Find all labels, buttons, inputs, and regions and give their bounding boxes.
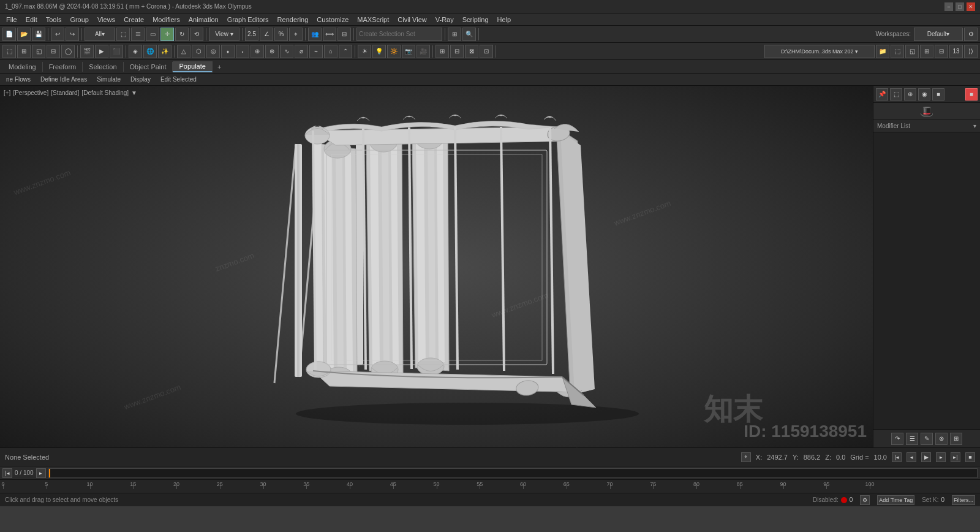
minimize-button[interactable]: − <box>944 2 953 11</box>
tb2-misc3[interactable]: ◱ <box>905 45 919 58</box>
ref-coord[interactable]: View ▾ <box>209 28 239 41</box>
anim-stop[interactable]: ■ <box>965 452 975 462</box>
layer-manager[interactable]: ⊞ <box>448 28 461 41</box>
scale-button[interactable]: ⟲ <box>190 28 203 41</box>
menu-views[interactable]: Views <box>94 15 119 25</box>
edit-named-select[interactable]: 👥 <box>308 28 322 41</box>
render-setup[interactable]: 🎬 <box>80 45 94 58</box>
modifier-list-dropdown[interactable]: ▾ <box>973 123 976 129</box>
panel-btn-pin[interactable]: 📌 <box>876 88 888 101</box>
render-frame[interactable]: ▶ <box>95 45 108 58</box>
menu-tools[interactable]: Tools <box>42 15 66 25</box>
menu-customize[interactable]: Customize <box>313 15 352 25</box>
panel-bottom-btn4[interactable]: ⊗ <box>935 433 948 445</box>
workspace-dropdown[interactable]: Default ▾ <box>914 28 963 41</box>
menu-scripting[interactable]: Scripting <box>459 15 492 25</box>
panel-bottom-btn3[interactable]: ✎ <box>921 433 933 445</box>
render-effects[interactable]: ✨ <box>158 45 172 58</box>
anim-go-end[interactable]: ▸ <box>36 468 46 478</box>
tb2-btn2[interactable]: ⊞ <box>17 45 31 58</box>
tb2-misc7[interactable]: ⟩⟩ <box>964 45 978 58</box>
panel-btn-dark[interactable]: ■ <box>932 88 944 101</box>
rotate-button[interactable]: ↻ <box>175 28 189 41</box>
new-button[interactable]: 📄 <box>2 28 16 41</box>
tb2-geo3[interactable]: ◎ <box>206 45 220 58</box>
disabled-btn[interactable]: ⚙ <box>860 495 870 505</box>
close-button[interactable]: ✕ <box>967 2 975 11</box>
tb2-geo2[interactable]: ⬡ <box>192 45 205 58</box>
tab-extra[interactable]: + <box>213 62 226 72</box>
sub-ne-flows[interactable]: ne Flows <box>2 75 34 83</box>
sub-define-idle-areas[interactable]: Define Idle Areas <box>37 75 91 83</box>
tb2-misc6[interactable]: 13 <box>949 45 963 58</box>
menu-help[interactable]: Help <box>494 15 515 25</box>
snap-spinner[interactable]: ⌖ <box>289 28 303 41</box>
tb2-geo12[interactable]: ⌃ <box>339 45 352 58</box>
status-btn1[interactable]: ⌖ <box>741 452 751 462</box>
select-button[interactable]: ⬚ <box>116 28 130 41</box>
move-button[interactable]: ✛ <box>160 28 174 41</box>
anim-play[interactable]: ▶ <box>921 452 931 462</box>
maximize-button[interactable]: □ <box>956 2 964 11</box>
panel-bottom-btn1[interactable]: ↷ <box>891 433 903 445</box>
panel-btn-rect[interactable]: ⬚ <box>890 88 902 101</box>
tb2-lights1[interactable]: ☀ <box>358 45 371 58</box>
anim-next-frame[interactable]: ▸ <box>936 452 946 462</box>
material-editor[interactable]: ◈ <box>129 45 142 58</box>
tab-populate[interactable]: Populate <box>173 61 212 72</box>
filters-btn[interactable]: Filters... <box>952 495 975 505</box>
tb2-geo10[interactable]: ⌁ <box>309 45 323 58</box>
tb2-misc2[interactable]: ⬚ <box>891 45 904 58</box>
tb2-helpers3[interactable]: ⊠ <box>465 45 478 58</box>
modifier-area[interactable] <box>873 132 980 429</box>
menu-civil-view[interactable]: Civil View <box>394 15 430 25</box>
timeline-bar[interactable]: 0510152025303540455055606570758085909510… <box>0 479 980 493</box>
panel-btn-move[interactable]: ⊕ <box>904 88 916 101</box>
panel-bottom-btn2[interactable]: ☰ <box>906 433 918 445</box>
tb2-cam2[interactable]: 🎥 <box>417 45 430 58</box>
menu-create[interactable]: Create <box>120 15 148 25</box>
menu-modifiers[interactable]: Modifiers <box>149 15 184 25</box>
panel-btn-sphere[interactable]: ◉ <box>918 88 930 101</box>
menu-edit[interactable]: Edit <box>22 15 41 25</box>
save-button[interactable]: 💾 <box>32 28 45 41</box>
menu-maxscript[interactable]: MAXScript <box>353 15 393 25</box>
timeline-scrubber[interactable] <box>48 468 978 478</box>
workspace-menu[interactable]: ⚙ <box>964 28 978 41</box>
tb2-geo6[interactable]: ⊕ <box>251 45 264 58</box>
create-selection-set-input[interactable] <box>356 28 442 41</box>
anim-prev-frame[interactable]: ◂ <box>907 452 916 462</box>
tab-freeform[interactable]: Freeform <box>43 62 83 72</box>
tb2-geo1[interactable]: △ <box>177 45 190 58</box>
open-button[interactable]: 📂 <box>17 28 31 41</box>
undo-button[interactable]: ↩ <box>51 28 64 41</box>
add-time-tag[interactable]: Add Time Tag <box>877 495 914 505</box>
tb2-geo5[interactable]: ⬩ <box>236 45 249 58</box>
tb2-helpers4[interactable]: ⊡ <box>480 45 493 58</box>
tb2-misc4[interactable]: ⊞ <box>920 45 933 58</box>
render-region[interactable]: ⬛ <box>110 45 123 58</box>
tab-object-paint[interactable]: Object Paint <box>124 62 173 72</box>
tb2-helpers1[interactable]: ⊞ <box>435 45 449 58</box>
tb2-misc1[interactable]: 📁 <box>876 45 889 58</box>
select-filter-dropdown[interactable]: ▾ <box>102 31 105 37</box>
scene-explorer[interactable]: 🔍 <box>462 28 476 41</box>
select-filter-all[interactable]: All ▾ <box>85 28 115 41</box>
anim-frame-start[interactable]: |◂ <box>2 468 12 478</box>
snap-2d[interactable]: 2.5 <box>245 28 258 41</box>
tb2-misc5[interactable]: ⊟ <box>935 45 948 58</box>
tb2-geo7[interactable]: ⊗ <box>265 45 279 58</box>
anim-next-key[interactable]: ▸| <box>951 452 960 462</box>
rect-select[interactable]: ▭ <box>146 28 159 41</box>
tab-selection[interactable]: Selection <box>83 62 123 72</box>
sub-simulate[interactable]: Simulate <box>93 75 124 83</box>
sub-edit-selected[interactable]: Edit Selected <box>157 75 200 83</box>
tb2-btn3[interactable]: ◱ <box>32 45 45 58</box>
menu-file[interactable]: File <box>2 15 21 25</box>
env-effects[interactable]: 🌐 <box>143 45 157 58</box>
align[interactable]: ⊟ <box>337 28 351 41</box>
panel-bottom-btn5[interactable]: ⊞ <box>950 433 962 445</box>
anim-prev-key[interactable]: |◂ <box>892 452 902 462</box>
mirror[interactable]: ⟺ <box>323 28 336 41</box>
select-name-button[interactable]: ☰ <box>131 28 145 41</box>
